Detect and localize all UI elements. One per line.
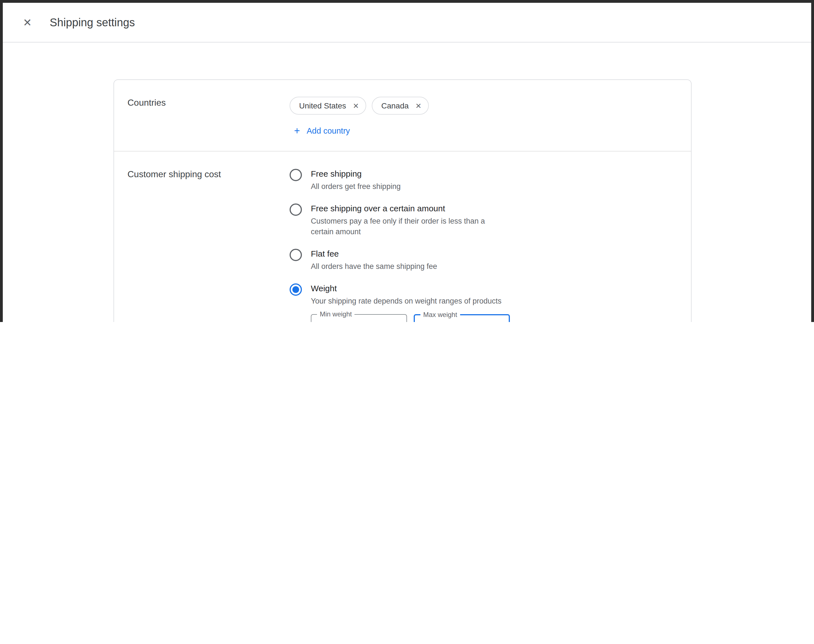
countries-chips-row: United States ✕ Canada ✕ [290,97,678,115]
countries-section: Countries United States ✕ Canada ✕ + Add… [114,80,691,152]
remove-country-icon[interactable]: ✕ [415,101,422,110]
shipping-cost-section: Customer shipping cost Free shipping All… [114,152,691,322]
radio-icon[interactable] [290,204,302,216]
radio-icon[interactable] [290,169,302,181]
country-chip-united-states[interactable]: United States ✕ [290,97,366,115]
countries-label: Countries [127,97,290,136]
weight-fields-row: Min weight 0 lb Max weight lb [311,314,510,322]
radio-title: Flat fee [311,248,437,259]
radio-option-flat-fee[interactable]: Flat fee All orders have the same shippi… [290,248,678,272]
close-icon[interactable]: ✕ [21,15,34,30]
radio-icon-selected[interactable] [290,284,302,296]
country-chip-canada[interactable]: Canada ✕ [372,97,429,115]
min-weight-field-label: Min weight [317,310,355,318]
topbar: ✕ Shipping settings [3,3,811,43]
radio-icon[interactable] [290,249,302,261]
shipping-cost-label: Customer shipping cost [127,168,290,322]
radio-description: Your shipping rate depends on weight ran… [311,296,510,306]
shipping-settings-dialog: ✕ Shipping settings Countries United Sta… [0,0,814,322]
remove-country-icon[interactable]: ✕ [353,101,359,110]
add-country-button[interactable]: + Add country [294,126,350,136]
settings-card: Countries United States ✕ Canada ✕ + Add… [113,80,691,322]
max-weight-field[interactable]: Max weight lb [414,314,510,322]
add-country-label: Add country [307,126,350,135]
radio-description: All orders get free shipping [311,181,400,192]
radio-title: Weight [311,283,510,294]
max-weight-field-label: Max weight [420,311,460,319]
page-title: Shipping settings [50,16,135,29]
radio-option-free-shipping[interactable]: Free shipping All orders get free shippi… [290,168,678,192]
radio-title: Free shipping over a certain amount [311,203,495,214]
radio-description: Customers pay a fee only if their order … [311,216,495,237]
country-chip-label: United States [299,101,346,110]
radio-option-free-shipping-over-amount[interactable]: Free shipping over a certain amount Cust… [290,203,678,237]
radio-description: All orders have the same shipping fee [311,261,437,272]
radio-option-weight[interactable]: Weight Your shipping rate depends on wei… [290,283,678,322]
radio-title: Free shipping [311,168,400,179]
min-weight-field[interactable]: Min weight 0 lb [311,314,407,322]
country-chip-label: Canada [381,101,409,110]
plus-icon: + [294,126,300,136]
